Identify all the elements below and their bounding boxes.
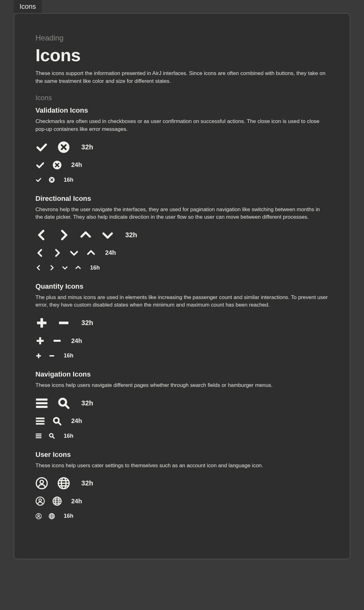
size-label: 16h — [90, 265, 100, 271]
section-directional: Directional Icons Chevrons help the user… — [35, 195, 329, 271]
size-label: 32h — [81, 143, 93, 151]
quantity-desc: The plus and minus icons are used in ele… — [35, 294, 329, 309]
size-label: 16h — [64, 352, 73, 359]
navigation-row-16: 16h — [35, 433, 329, 439]
navigation-row-32: 32h — [35, 397, 329, 409]
user-row-24: 24h — [35, 496, 329, 506]
minus-icon — [57, 317, 70, 329]
section-quantity: Quantity Icons The plus and minus icons … — [35, 282, 329, 359]
close-circle-icon — [52, 160, 62, 170]
validation-row-16: 16h — [35, 177, 329, 183]
hamburger-icon — [35, 416, 45, 426]
user-row-16: 16h — [35, 513, 329, 519]
size-label: 32h — [81, 319, 93, 327]
chevron-left-icon — [35, 248, 45, 258]
chevron-down-icon — [62, 265, 68, 271]
size-label: 24h — [71, 337, 82, 345]
plus-icon — [35, 336, 45, 345]
user-desc: These icons help users cater settings to… — [35, 462, 329, 470]
navigation-row-24: 24h — [35, 416, 329, 426]
size-label: 24h — [71, 498, 82, 505]
hamburger-icon — [35, 397, 48, 409]
plus-icon — [35, 353, 42, 359]
search-icon — [57, 397, 70, 409]
search-icon — [52, 416, 62, 426]
chevron-left-icon — [35, 229, 48, 241]
chevron-right-icon — [49, 265, 55, 271]
user-row-32: 32h — [35, 477, 329, 490]
validation-row-24: 24h — [35, 160, 329, 170]
tab-icons[interactable]: Icons — [14, 0, 42, 13]
validation-row-32: 32h — [35, 141, 329, 153]
section-user: User Icons These icons help users cater … — [35, 451, 329, 520]
size-label: 16h — [64, 177, 73, 183]
close-circle-icon — [49, 177, 55, 183]
check-icon — [35, 141, 48, 153]
close-circle-icon — [57, 141, 70, 153]
navigation-desc: These icons help users navigate differen… — [35, 382, 329, 389]
user-title: User Icons — [35, 451, 329, 459]
chevron-down-icon — [69, 248, 79, 258]
globe-icon — [49, 513, 55, 519]
size-label: 16h — [64, 433, 73, 439]
page-title: Icons — [35, 45, 329, 65]
eyebrow-heading: Heading — [35, 34, 329, 42]
check-icon — [35, 160, 45, 170]
quantity-row-24: 24h — [35, 336, 329, 345]
size-label: 24h — [71, 417, 82, 425]
account-icon — [35, 496, 45, 506]
hamburger-icon — [35, 433, 42, 439]
size-label: 24h — [105, 249, 116, 256]
globe-icon — [52, 496, 62, 506]
minus-icon — [52, 336, 62, 345]
directional-desc: Chevrons help the user navigate the inte… — [35, 206, 329, 221]
directional-row-24: 24h — [35, 248, 329, 258]
navigation-title: Navigation Icons — [35, 370, 329, 378]
quantity-row-16: 16h — [35, 352, 329, 359]
chevron-right-icon — [52, 248, 62, 258]
validation-title: Validation Icons — [35, 106, 329, 115]
directional-title: Directional Icons — [35, 195, 329, 203]
quantity-row-32: 32h — [35, 317, 329, 329]
validation-desc: Checkmarks are often used in checkboxes … — [35, 118, 329, 133]
panel: Heading Icons These icons support the in… — [14, 13, 350, 559]
chevron-up-icon — [75, 265, 81, 271]
directional-row-32: 32h — [35, 229, 329, 241]
size-label: 24h — [71, 161, 82, 169]
search-icon — [49, 433, 55, 439]
globe-icon — [57, 477, 70, 490]
chevron-down-icon — [101, 229, 114, 241]
minus-icon — [49, 353, 55, 359]
plus-icon — [35, 317, 48, 329]
directional-row-16: 16h — [35, 265, 329, 271]
account-icon — [35, 477, 48, 490]
size-label: 32h — [125, 231, 137, 239]
size-label: 16h — [64, 513, 73, 519]
quantity-title: Quantity Icons — [35, 282, 329, 291]
page-lead: These icons support the information pres… — [35, 70, 329, 85]
section-navigation: Navigation Icons These icons help users … — [35, 370, 329, 439]
chevron-right-icon — [57, 229, 70, 241]
section-validation: Validation Icons Checkmarks are often us… — [35, 106, 329, 183]
size-label: 32h — [81, 399, 93, 407]
chevron-up-icon — [86, 248, 96, 258]
size-label: 32h — [81, 479, 93, 487]
chevron-up-icon — [79, 229, 92, 241]
check-icon — [35, 177, 42, 183]
account-icon — [35, 513, 42, 519]
eyebrow-icons: Icons — [35, 94, 329, 102]
chevron-left-icon — [35, 265, 42, 271]
